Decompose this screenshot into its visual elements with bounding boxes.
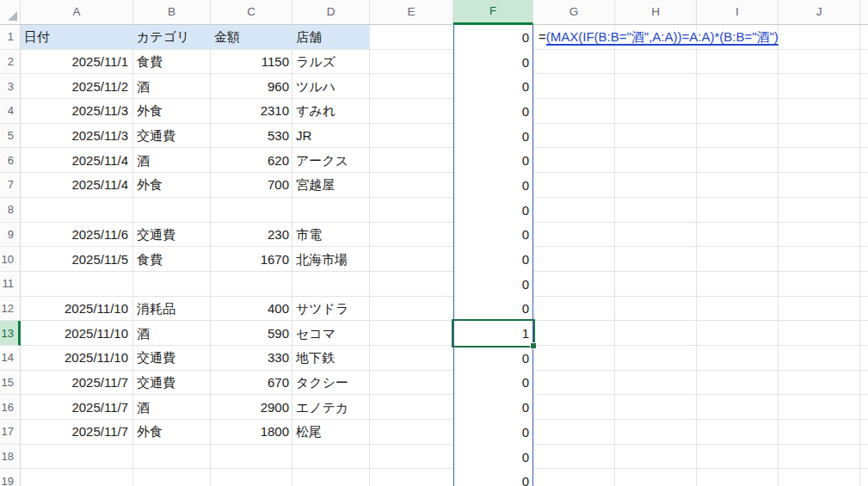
row-header-4[interactable]: 4 — [0, 99, 21, 124]
cell-f6[interactable]: 0 — [453, 148, 533, 173]
cell-j15[interactable] — [779, 371, 860, 396]
row-header-2[interactable]: 2 — [0, 50, 21, 75]
cell-f15[interactable]: 0 — [453, 371, 533, 396]
cell-d1[interactable]: 店舗 — [292, 25, 370, 50]
cell-i9[interactable] — [697, 223, 779, 248]
cell-c16[interactable]: 2900 — [211, 395, 292, 420]
row-header-13[interactable]: 13 — [0, 321, 21, 346]
column-header-c[interactable]: C — [211, 0, 292, 25]
row-header-10[interactable]: 10 — [0, 247, 21, 272]
cell-e19[interactable] — [370, 469, 453, 486]
cell-d7[interactable]: 宮越屋 — [292, 173, 370, 198]
cell-h15[interactable] — [615, 371, 697, 396]
cell-g5[interactable] — [533, 124, 615, 149]
column-header-j[interactable]: J — [779, 0, 860, 25]
cell-a9[interactable]: 2025/11/6 — [21, 223, 133, 248]
row-header-17[interactable]: 17 — [0, 420, 21, 445]
cell-g9[interactable] — [533, 223, 615, 248]
cell-h5[interactable] — [615, 124, 697, 149]
cell-i18[interactable] — [697, 445, 779, 470]
cell-j19[interactable] — [779, 469, 860, 486]
cell-c10[interactable]: 1670 — [211, 247, 292, 272]
cell-e18[interactable] — [370, 445, 453, 470]
cell-a13[interactable]: 2025/11/10 — [21, 321, 133, 346]
cell-f5[interactable]: 0 — [453, 124, 533, 149]
cell-g14[interactable] — [533, 346, 615, 371]
cell-d18[interactable] — [292, 445, 370, 470]
cell-g6[interactable] — [533, 148, 615, 173]
cell-f17[interactable]: 0 — [453, 420, 533, 445]
cell-f4[interactable]: 0 — [453, 99, 533, 124]
cell-a2[interactable]: 2025/11/1 — [21, 50, 133, 75]
cell-f14[interactable]: 0 — [453, 346, 533, 371]
cell-a17[interactable]: 2025/11/7 — [21, 420, 133, 445]
cell-j7[interactable] — [779, 173, 860, 198]
cell-c11[interactable] — [211, 272, 292, 297]
cell-e10[interactable] — [370, 247, 453, 272]
cell-i4[interactable] — [697, 99, 779, 124]
cell-a11[interactable] — [21, 272, 133, 297]
cell-g18[interactable] — [533, 445, 615, 470]
row-header-8[interactable]: 8 — [0, 198, 21, 223]
cell-i16[interactable] — [697, 395, 779, 420]
cell-b4[interactable]: 外食 — [133, 99, 211, 124]
cell-e2[interactable] — [370, 50, 453, 75]
cell-b12[interactable]: 消耗品 — [133, 297, 211, 322]
cell-j11[interactable] — [779, 272, 860, 297]
cell-g13[interactable] — [533, 321, 615, 346]
cell-i6[interactable] — [697, 148, 779, 173]
cell-b14[interactable]: 交通費 — [133, 346, 211, 371]
cell-j9[interactable] — [779, 223, 860, 248]
cell-i12[interactable] — [697, 297, 779, 322]
row-header-14[interactable]: 14 — [0, 346, 21, 371]
cell-j17[interactable] — [779, 420, 860, 445]
cell-h9[interactable] — [615, 223, 697, 248]
cell-g11[interactable] — [533, 272, 615, 297]
cell-b5[interactable]: 交通費 — [133, 124, 211, 149]
cell-b3[interactable]: 酒 — [133, 74, 211, 99]
row-header-11[interactable]: 11 — [0, 272, 21, 297]
cell-i7[interactable] — [697, 173, 779, 198]
cell-h18[interactable] — [615, 445, 697, 470]
cell-h16[interactable] — [615, 395, 697, 420]
cell-f11[interactable]: 0 — [453, 272, 533, 297]
cell-a1[interactable]: 日付 — [21, 25, 133, 50]
cell-g19[interactable] — [533, 469, 615, 486]
cell-j2[interactable] — [779, 50, 860, 75]
cell-h6[interactable] — [615, 148, 697, 173]
cell-e8[interactable] — [370, 198, 453, 223]
cell-e1[interactable] — [370, 25, 453, 50]
cell-j1[interactable] — [779, 25, 860, 50]
cell-b15[interactable]: 交通費 — [133, 371, 211, 396]
cell-a6[interactable]: 2025/11/4 — [21, 148, 133, 173]
cell-j14[interactable] — [779, 346, 860, 371]
cell-d17[interactable]: 松尾 — [292, 420, 370, 445]
cell-g8[interactable] — [533, 198, 615, 223]
column-header-i[interactable]: I — [697, 0, 779, 25]
cell-e12[interactable] — [370, 297, 453, 322]
cell-j13[interactable] — [779, 321, 860, 346]
cell-a15[interactable]: 2025/11/7 — [21, 371, 133, 396]
cell-b17[interactable]: 外食 — [133, 420, 211, 445]
cell-i8[interactable] — [697, 198, 779, 223]
cell-d3[interactable]: ツルハ — [292, 74, 370, 99]
cell-a5[interactable]: 2025/11/3 — [21, 124, 133, 149]
cell-b2[interactable]: 食費 — [133, 50, 211, 75]
row-header-16[interactable]: 16 — [0, 395, 21, 420]
cell-d8[interactable] — [292, 198, 370, 223]
cell-d13[interactable]: セコマ — [292, 321, 370, 346]
cell-e14[interactable] — [370, 346, 453, 371]
cell-j8[interactable] — [779, 198, 860, 223]
cell-f12[interactable]: 0 — [453, 297, 533, 322]
column-header-b[interactable]: B — [133, 0, 211, 25]
row-header-18[interactable]: 18 — [0, 445, 21, 470]
row-header-7[interactable]: 7 — [0, 173, 21, 198]
cell-a8[interactable] — [21, 198, 133, 223]
column-header-h[interactable]: H — [615, 0, 697, 25]
cell-b9[interactable]: 交通費 — [133, 223, 211, 248]
cell-h13[interactable] — [615, 321, 697, 346]
row-header-19[interactable]: 19 — [0, 469, 21, 486]
cell-c14[interactable]: 330 — [211, 346, 292, 371]
cell-b18[interactable] — [133, 445, 211, 470]
cell-e7[interactable] — [370, 173, 453, 198]
